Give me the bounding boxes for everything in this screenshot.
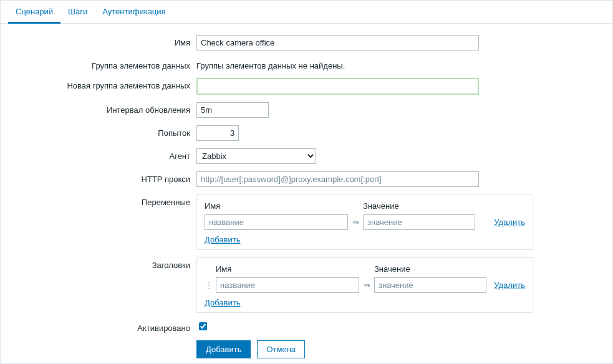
label-name: Имя xyxy=(9,35,196,47)
tab-scenario[interactable]: Сценарий xyxy=(8,1,60,24)
variables-row: ⇒ Удалить xyxy=(205,214,525,230)
headers-col-name: Имя xyxy=(216,264,359,274)
label-attempts: Попыток xyxy=(9,125,196,138)
application-empty-text: Группы элементов данных не найдены. xyxy=(196,58,604,70)
headers-table: Имя Значение ⋮⋮ ⇒ xyxy=(196,257,533,313)
submit-button[interactable]: Добавить xyxy=(196,340,251,358)
arrow-icon: ⇒ xyxy=(359,280,374,290)
agent-select[interactable]: Zabbix xyxy=(196,148,316,164)
label-new-application: Новая группа элементов данных xyxy=(9,78,196,90)
label-agent: Агент xyxy=(9,148,196,161)
http-proxy-input[interactable] xyxy=(196,171,479,187)
header-value-input[interactable] xyxy=(374,277,486,293)
label-headers: Заголовки xyxy=(9,257,196,270)
headers-row: ⋮⋮ ⇒ Удалить xyxy=(205,277,525,293)
variables-col-name: Имя xyxy=(205,201,348,211)
variable-name-input[interactable] xyxy=(205,214,348,230)
variables-table: Имя Значение ⇒ Удал xyxy=(196,194,533,250)
new-application-input[interactable] xyxy=(196,78,479,95)
label-update-interval: Интервал обновления xyxy=(9,102,196,115)
tab-steps[interactable]: Шаги xyxy=(60,1,95,24)
cancel-button[interactable]: Отмена xyxy=(257,340,305,358)
label-http-proxy: HTTP прокси xyxy=(9,171,196,184)
variable-value-input[interactable] xyxy=(363,214,475,230)
drag-handle-icon[interactable]: ⋮⋮ xyxy=(205,281,213,290)
name-input[interactable] xyxy=(196,35,479,50)
header-name-input[interactable] xyxy=(216,277,359,293)
arrow-icon: ⇒ xyxy=(348,218,363,227)
tab-auth[interactable]: Аутентификация xyxy=(95,1,173,24)
attempts-input[interactable] xyxy=(196,125,239,141)
panel: Сценарий Шаги Аутентификация Имя Группа … xyxy=(0,0,613,364)
header-add-link[interactable]: Добавить xyxy=(205,298,240,307)
variable-add-link[interactable]: Добавить xyxy=(205,235,240,244)
label-variables: Переменные xyxy=(9,194,196,207)
variable-delete-link[interactable]: Удалить xyxy=(494,218,525,227)
form: Имя Группа элементов данных Группы элеме… xyxy=(1,24,612,364)
label-enabled: Активировано xyxy=(9,320,196,333)
enabled-checkbox[interactable] xyxy=(199,322,207,330)
update-interval-input[interactable] xyxy=(196,102,269,118)
headers-col-value: Значение xyxy=(374,264,486,274)
variables-col-value: Значение xyxy=(363,201,475,211)
label-application: Группа элементов данных xyxy=(9,58,196,70)
tab-bar: Сценарий Шаги Аутентификация xyxy=(1,1,612,24)
header-delete-link[interactable]: Удалить xyxy=(494,280,525,290)
